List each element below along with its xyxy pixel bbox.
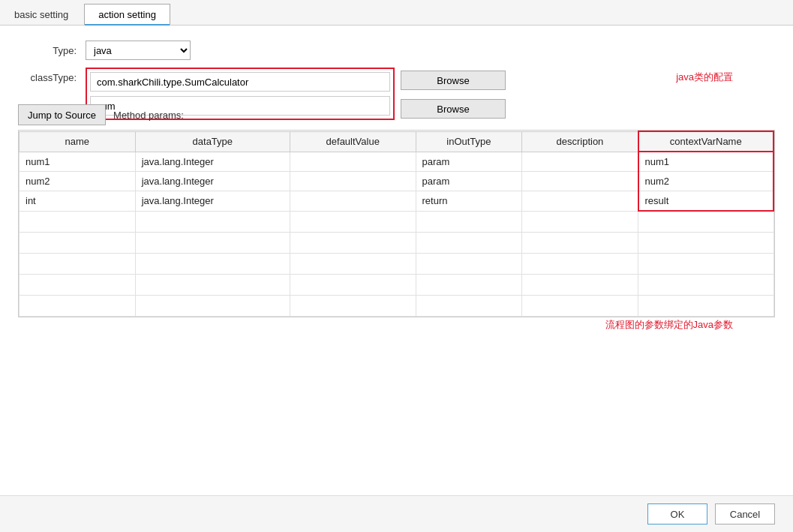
jump-to-source-button[interactable]: Jump to Source: [18, 104, 106, 125]
type-label: Type:: [18, 45, 86, 56]
table-row-empty: [20, 232, 774, 253]
cell-inout-1: param: [416, 152, 522, 172]
tab-action[interactable]: action setting: [84, 4, 170, 26]
cell-inout-2: param: [416, 172, 522, 191]
ok-button[interactable]: OK: [647, 503, 707, 524]
cell-datatype-3: java.lang.Integer: [135, 191, 290, 212]
cell-name-1: num1: [20, 152, 136, 172]
cell-desc-2: [522, 172, 638, 191]
browse-method-button[interactable]: Browse: [401, 99, 506, 119]
params-table-wrapper: name dataType defaultValue inOutType des…: [18, 130, 775, 317]
java-config-annotation: java类的配置: [676, 71, 733, 84]
table-header-row: name dataType defaultValue inOutType des…: [20, 131, 774, 152]
col-header-datatype: dataType: [135, 131, 290, 152]
footer: OK Cancel: [0, 495, 793, 532]
cell-default-3: [290, 191, 416, 212]
cell-ctx-1: num1: [638, 152, 774, 172]
table-row[interactable]: num1 java.lang.Integer param num1: [20, 152, 774, 172]
cell-default-1: [290, 152, 416, 172]
table-row[interactable]: num2 java.lang.Integer param num2: [20, 172, 774, 191]
table-row-empty: [20, 253, 774, 274]
cancel-button[interactable]: Cancel: [715, 503, 775, 524]
browse-classtype-button[interactable]: Browse: [401, 71, 506, 90]
type-select[interactable]: java python javascript: [86, 41, 191, 60]
type-row: Type: java python javascript: [18, 41, 775, 60]
method-params-label: Method params:: [113, 110, 184, 121]
cell-desc-1: [522, 152, 638, 172]
col-header-contextvarname: contextVarName: [638, 131, 774, 152]
type-control-group: java python javascript: [86, 41, 191, 60]
cell-name-3: int: [20, 191, 136, 212]
table-row-empty: [20, 295, 774, 316]
col-header-name: name: [20, 131, 136, 152]
cell-name-2: num2: [20, 172, 136, 191]
tab-bar: basic setting action setting: [0, 0, 793, 26]
table-row-empty: [20, 274, 774, 295]
content-area: java类的配置 Type: java python javascript cl…: [0, 26, 793, 495]
cell-default-2: [290, 172, 416, 191]
cell-datatype-2: java.lang.Integer: [135, 172, 290, 191]
cell-datatype-1: java.lang.Integer: [135, 152, 290, 172]
cell-inout-3: return: [416, 191, 522, 212]
main-window: basic setting action setting java类的配置 Ty…: [0, 0, 793, 532]
col-header-defaultvalue: defaultValue: [290, 131, 416, 152]
col-header-description: description: [522, 131, 638, 152]
table-row[interactable]: int java.lang.Integer return result: [20, 191, 774, 212]
flow-annotation: 流程图的参数绑定的Java参数: [605, 318, 733, 332]
table-row-empty: [20, 211, 774, 232]
classtype-label: classType:: [18, 68, 86, 83]
cell-desc-3: [522, 191, 638, 212]
params-table: name dataType defaultValue inOutType des…: [19, 131, 774, 317]
cell-ctx-2: num2: [638, 172, 774, 191]
tab-basic[interactable]: basic setting: [0, 4, 83, 26]
col-header-inouttype: inOutType: [416, 131, 522, 152]
classtype-input[interactable]: [90, 72, 390, 92]
cell-ctx-3: result: [638, 191, 774, 212]
